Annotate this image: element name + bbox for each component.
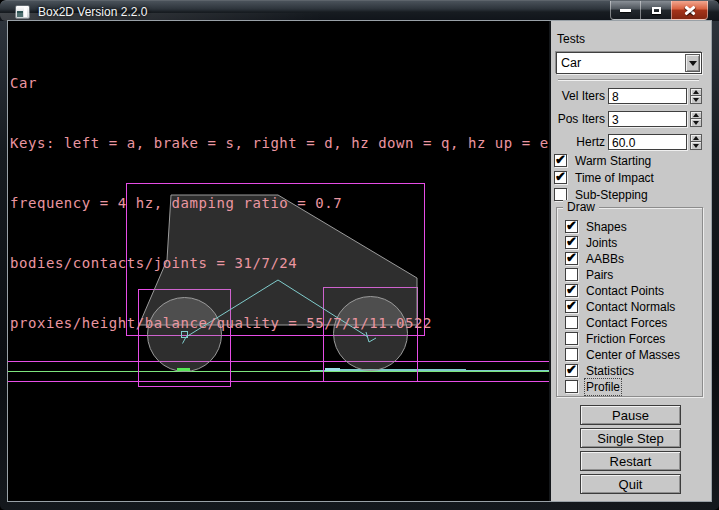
checkbox-center-of-masses[interactable]: Center of Masses <box>565 348 680 361</box>
tests-dropdown-button[interactable] <box>685 54 700 72</box>
checkbox-label: AABBs <box>586 252 624 266</box>
stats-line-car: Car <box>10 76 549 91</box>
draw-group: Draw Shapes Joints <box>556 207 703 397</box>
maximize-button[interactable] <box>641 1 671 20</box>
checkbox-label: Contact Points <box>586 284 664 298</box>
checkbox-label: Contact Forces <box>586 316 667 330</box>
checkbox-time-of-impact[interactable]: Time of Impact <box>554 171 654 184</box>
spinner-input[interactable]: 3 <box>608 111 687 127</box>
spinner-buttons <box>690 111 702 127</box>
spinner-row-hertz: Hertz 60.0 <box>551 134 711 150</box>
stats-line-bodies-contacts-joints-31-7-24: bodies/contacts/joints = 31/7/24 <box>10 256 549 271</box>
checkbox-contact-normals[interactable]: Contact Normals <box>565 300 680 313</box>
spinner-label: Hertz <box>551 135 605 149</box>
window-controls <box>610 1 708 20</box>
checkbox-label: Statistics <box>586 364 634 378</box>
checkbox-contact-forces[interactable]: Contact Forces <box>565 316 680 329</box>
checkbox-label: Friction Forces <box>586 332 665 346</box>
checkbox-joints[interactable]: Joints <box>565 236 680 249</box>
checkbox-label: Warm Starting <box>575 154 651 168</box>
arrow-down-icon <box>693 144 699 148</box>
arrow-up-icon <box>693 113 699 117</box>
checkbox-label: Profile <box>586 380 620 394</box>
draw-group-title: Draw <box>563 200 599 214</box>
app-window: Box2D Version 2.2.0 <box>0 0 719 510</box>
spinner-buttons <box>690 134 702 150</box>
arrow-down-icon <box>693 121 699 125</box>
checkbox-box[interactable] <box>565 300 578 313</box>
checkbox-box[interactable] <box>565 348 578 361</box>
arrow-up-icon <box>693 90 699 94</box>
checkbox-box[interactable] <box>565 316 578 329</box>
button-single-step[interactable]: Single Step <box>580 428 681 448</box>
checkbox-shapes[interactable]: Shapes <box>565 220 680 233</box>
checkbox-box[interactable] <box>565 284 578 297</box>
checkbox-label: Pairs <box>586 268 613 282</box>
window-title: Box2D Version 2.2.0 <box>38 4 147 20</box>
control-sidebar: Tests Car Vel Iters 8 <box>549 21 711 501</box>
minimize-icon <box>620 9 631 12</box>
stats-text: Car Keys: left = a, brake = s, right = d… <box>10 31 549 376</box>
checkbox-label: Shapes <box>586 220 627 234</box>
button-quit[interactable]: Quit <box>580 474 681 494</box>
arrow-down-icon <box>693 98 699 102</box>
arrow-up-icon <box>693 136 699 140</box>
spinner-up-button[interactable] <box>690 111 702 119</box>
chevron-down-icon <box>689 61 697 66</box>
close-button[interactable] <box>671 1 708 20</box>
checkbox-statistics[interactable]: Statistics <box>565 364 680 377</box>
tests-label: Tests <box>557 32 585 46</box>
spinner-label: Vel Iters <box>551 89 605 103</box>
checkbox-label: Joints <box>586 236 617 250</box>
client-area: Car Keys: left = a, brake = s, right = d… <box>8 21 711 501</box>
checkbox-label: Contact Normals <box>586 300 675 314</box>
checkbox-box[interactable] <box>565 332 578 345</box>
checkbox-contact-points[interactable]: Contact Points <box>565 284 680 297</box>
draw-checkboxes: Shapes Joints AABBs <box>565 220 680 396</box>
app-icon <box>15 5 30 19</box>
simulation-checkboxes: Warm Starting Time of Impact Sub-Steppin… <box>554 154 654 205</box>
spinner-up-button[interactable] <box>690 88 702 96</box>
spinner-row-pos-iters: Pos Iters 3 <box>551 111 711 127</box>
checkbox-label: Time of Impact <box>575 171 654 185</box>
checkbox-box[interactable] <box>565 364 578 377</box>
close-icon <box>684 5 696 15</box>
tests-selected-value: Car <box>561 56 581 70</box>
stats-line-frequency-4-hz-damping-ratio-0-7: frequency = 4 hz, damping ratio = 0.7 <box>10 196 549 211</box>
spinner-down-button[interactable] <box>690 119 702 127</box>
spinner-label: Pos Iters <box>551 112 605 126</box>
maximize-icon <box>652 7 661 14</box>
spinner-down-button[interactable] <box>690 96 702 104</box>
action-buttons: Pause Single Step Restart Quit <box>580 405 681 497</box>
spinner-input[interactable]: 60.0 <box>608 134 687 150</box>
checkbox-box[interactable] <box>554 171 567 184</box>
tests-combobox[interactable]: Car <box>556 52 702 74</box>
spinner-buttons <box>690 88 702 104</box>
simulation-canvas[interactable]: Car Keys: left = a, brake = s, right = d… <box>8 21 549 501</box>
minimize-button[interactable] <box>610 1 641 20</box>
stats-line-proxies-height-balance-quality-55-7-1-11-0522: proxies/height/balance/quality = 55/7/1/… <box>10 316 549 331</box>
checkbox-warm-starting[interactable]: Warm Starting <box>554 154 654 167</box>
checkbox-box[interactable] <box>565 380 578 393</box>
checkbox-friction-forces[interactable]: Friction Forces <box>565 332 680 345</box>
iteration-settings: Vel Iters 8 Pos Iters 3 <box>551 88 711 157</box>
checkbox-box[interactable] <box>565 236 578 249</box>
checkbox-aabbs[interactable]: AABBs <box>565 252 680 265</box>
checkbox-box[interactable] <box>554 154 567 167</box>
spinner-up-button[interactable] <box>690 134 702 142</box>
button-restart[interactable]: Restart <box>580 451 681 471</box>
stats-line-keys-left-a-brake-s-right-d-hz-down-q-hz-up-e: Keys: left = a, brake = s, right = d, hz… <box>10 136 549 151</box>
spinner-down-button[interactable] <box>690 142 702 150</box>
checkbox-profile[interactable]: Profile <box>565 380 680 393</box>
checkbox-label: Center of Masses <box>586 348 680 362</box>
checkbox-box[interactable] <box>565 268 578 281</box>
separator <box>558 79 699 81</box>
spinner-input[interactable]: 8 <box>608 88 687 104</box>
button-pause[interactable]: Pause <box>580 405 681 425</box>
titlebar[interactable]: Box2D Version 2.2.0 <box>0 0 719 21</box>
checkbox-box[interactable] <box>565 252 578 265</box>
spinner-row-vel-iters: Vel Iters 8 <box>551 88 711 104</box>
checkbox-box[interactable] <box>565 220 578 233</box>
checkbox-pairs[interactable]: Pairs <box>565 268 680 281</box>
